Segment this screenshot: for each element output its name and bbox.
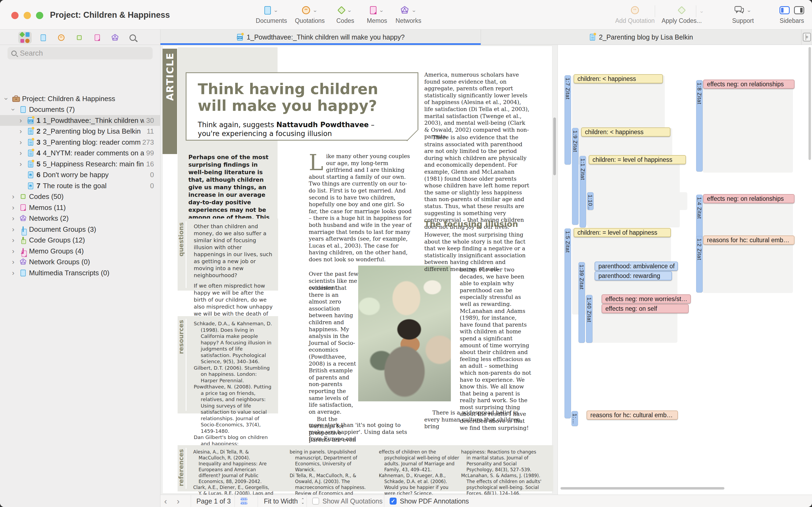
article-title[interactable]: Think having children will make you happ… <box>198 81 378 114</box>
references-column[interactable]: effects of children on the psychological… <box>379 449 459 496</box>
minimize-window-button[interactable] <box>24 12 31 19</box>
tab-document-1[interactable]: PDF 1_Powdthavee:_Think children will ma… <box>161 30 481 45</box>
chevron-collapsed-icon[interactable]: › <box>9 225 17 234</box>
chevron-collapsed-icon[interactable]: › <box>17 138 25 147</box>
chevron-collapsed-icon[interactable]: › <box>9 247 17 256</box>
toolbar-support[interactable]: ⌄ Support <box>720 4 766 24</box>
code-label[interactable]: effects neg: more worries/st… <box>602 294 691 303</box>
chevron-expanded-icon[interactable]: › <box>9 105 17 113</box>
close-window-button[interactable] <box>11 12 18 19</box>
code-label[interactable]: effects neg: on relationships <box>703 79 795 89</box>
search-input[interactable] <box>20 49 149 58</box>
resources-text[interactable]: Schkade, D.A., & Kahneman, D. (1998). Do… <box>194 321 274 453</box>
chevron-down-icon[interactable]: ⌄ <box>273 7 278 13</box>
chevron-down-icon[interactable]: ⌄ <box>312 7 317 13</box>
chevron-down-icon[interactable]: ⌄ <box>746 7 751 13</box>
quotation-bar[interactable]: 1:1 Zitat <box>579 156 586 227</box>
tree-item-document-3[interactable]: › 3 3_Parenting blog: reader comm… 273 <box>0 137 161 148</box>
article-paragraph[interactable]: America, numerous scholars have found so… <box>424 71 531 140</box>
quotations-browser-tab[interactable]: ❛❛ <box>55 32 68 44</box>
chevron-collapsed-icon[interactable]: › <box>17 127 25 135</box>
article-section-heading[interactable]: The focusing illusion <box>424 219 518 229</box>
left-sidebar-toggle-icon[interactable] <box>779 6 790 14</box>
references-column[interactable]: being in panels. Unpublished manuscript,… <box>290 449 370 502</box>
tree-item-codes[interactable]: › Codes (50) <box>0 191 161 202</box>
tree-item-project[interactable]: › Project: Children & Happiness <box>0 93 161 104</box>
sidebar-search-field[interactable] <box>7 47 152 59</box>
code-label[interactable]: children: = level of happiness <box>574 228 671 237</box>
tree-item-document-6[interactable]: 6 Don't worry be happy 0 <box>0 169 161 180</box>
quotation-bar[interactable]: 1:… <box>571 411 578 426</box>
code-label[interactable]: children: < happiness <box>581 127 670 136</box>
chevron-collapsed-icon[interactable]: › <box>9 204 17 212</box>
code-label[interactable]: effects neg: on self <box>602 304 689 313</box>
tree-item-multimedia-transcripts[interactable]: › Multimedia Transcripts (0) <box>0 268 161 278</box>
chevron-collapsed-icon[interactable]: › <box>9 269 17 277</box>
chevron-collapsed-icon[interactable]: › <box>9 214 17 223</box>
chevron-collapsed-icon[interactable]: › <box>9 258 17 266</box>
quotation-bar[interactable]: 1:9 Zitat <box>572 128 578 225</box>
chevron-collapsed-icon[interactable]: › <box>9 192 17 201</box>
chevron-down-icon[interactable]: ⌄ <box>699 8 704 14</box>
previous-page-button[interactable]: ‹ <box>164 496 167 506</box>
show-all-quotations-checkbox[interactable]: Show All Quotations <box>312 495 383 507</box>
code-label[interactable]: reasons for hc: cultural emb… <box>703 235 795 245</box>
search-tab[interactable] <box>126 32 139 44</box>
references-column[interactable]: Alesina, A., Di Tella, R. & MacCulloch, … <box>193 449 274 502</box>
tree-item-document-7[interactable]: 7 The route is the goal 0 <box>0 180 161 191</box>
quotation-bar[interactable]: 1:40 Zitat <box>586 295 592 343</box>
document-vertical-scrollbar[interactable] <box>553 117 556 175</box>
memos-browser-tab[interactable] <box>90 32 104 44</box>
quotation-card[interactable] <box>703 80 793 173</box>
tree-item-memo-groups[interactable]: › Memo Groups (4) <box>0 246 161 257</box>
zoom-window-button[interactable] <box>36 12 43 19</box>
toolbar-add-quotation[interactable]: ❛❛ Add Quotation <box>612 4 658 24</box>
toolbar-apply-codes[interactable]: Apply Codes... <box>659 4 704 24</box>
toolbar-networks[interactable]: ⌄ Networks <box>386 4 431 24</box>
page-thumbnails-button[interactable] <box>241 495 247 507</box>
article-paragraph[interactable]: evidence that there is an almost zero as… <box>309 285 357 444</box>
chevron-down-icon[interactable]: ⌄ <box>347 7 352 13</box>
code-label[interactable]: children: = level of happiness <box>589 155 686 164</box>
references-column[interactable]: happiness: Reactions to changes in marit… <box>461 449 542 496</box>
quotation-bar[interactable]: 1:8 Zitat <box>696 80 703 171</box>
quotation-card[interactable] <box>587 156 680 227</box>
tree-item-document-2[interactable]: › 2 2_Parenting blog by Lisa Belkin 11 <box>0 126 161 136</box>
margin-horizontal-scrollbar[interactable] <box>561 487 725 490</box>
chevron-collapsed-icon[interactable]: › <box>17 116 25 125</box>
tree-item-document-5[interactable]: › 5 5_Happiness Research: main find… 16 <box>0 159 161 169</box>
code-label[interactable]: reasons for hc: cultural emb… <box>586 410 678 419</box>
chevron-collapsed-icon[interactable]: › <box>17 149 25 157</box>
chevron-collapsed-icon[interactable]: › <box>9 236 17 244</box>
code-label[interactable]: parenthood: ambivalence of <box>595 262 678 271</box>
questions-text[interactable]: Other than children and money, do we als… <box>194 223 274 324</box>
chevron-down-icon[interactable]: ⌄ <box>379 7 384 13</box>
next-page-button[interactable]: › <box>177 496 180 506</box>
article-paragraph[interactable]: Like many other young couples our age, m… <box>309 153 413 263</box>
article-subtitle[interactable]: Think again, suggests Nattavudh Powdthav… <box>198 120 396 138</box>
tree-item-code-groups[interactable]: › Code Groups (12) <box>0 235 161 245</box>
chevron-expanded-icon[interactable]: › <box>2 95 10 103</box>
tree-item-document-1[interactable]: › PDF 1 1_Powdthavee:_Think children wil… <box>0 115 161 126</box>
quotation-bar[interactable]: 1:2 Zitat <box>696 236 703 292</box>
tree-item-network-groups[interactable]: › Network Groups (0) <box>0 257 161 267</box>
tree-item-networks[interactable]: › Networks (2) <box>0 213 161 224</box>
chevron-down-icon[interactable]: ⌄ <box>412 7 416 13</box>
quotation-bar[interactable]: 1:7 Zitat <box>565 75 571 165</box>
quotation-bar[interactable]: 1:10… <box>587 192 594 210</box>
tab-document-2[interactable]: 2_Parenting blog by Lisa Belkin <box>481 30 801 45</box>
article-paragraph[interactable]: There is a widespread belief in every hu… <box>424 409 531 430</box>
code-label[interactable]: effects neg: on relationships <box>703 194 795 203</box>
tree-item-document-groups[interactable]: › Document Groups (3) <box>0 224 161 235</box>
project-explorer-tab[interactable] <box>18 32 32 44</box>
code-label[interactable]: parenthood: rewarding <box>595 271 672 280</box>
quotation-card[interactable] <box>595 192 687 210</box>
documents-browser-tab[interactable] <box>37 32 50 44</box>
quotation-bar[interactable]: 1:39 Zitat <box>578 262 585 343</box>
tree-item-memos[interactable]: › Memos (11) <box>0 202 161 213</box>
margin-vertical-scrollbar[interactable] <box>809 47 811 160</box>
code-label[interactable]: children: < happiness <box>574 74 663 83</box>
split-view-button[interactable]: + <box>803 33 811 41</box>
right-sidebar-toggle-icon[interactable] <box>794 6 804 14</box>
chevron-collapsed-icon[interactable]: › <box>17 160 25 168</box>
